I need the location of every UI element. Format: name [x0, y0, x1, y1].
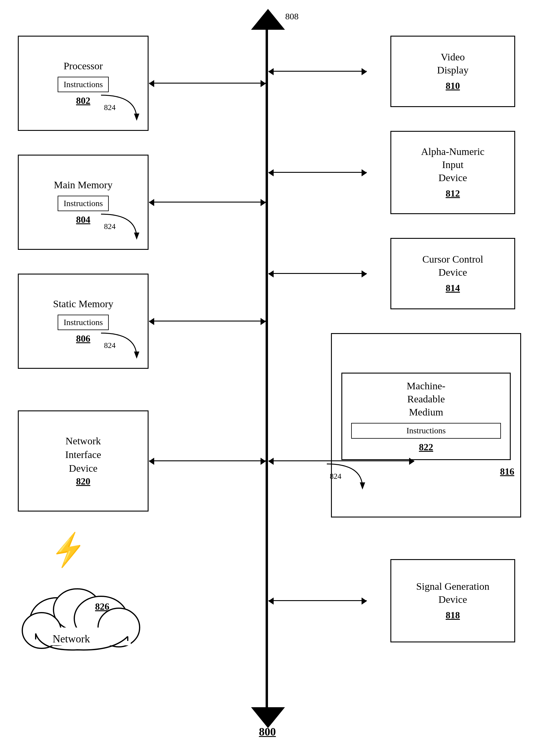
- cursor-control-label: Cursor ControlDevice: [422, 253, 483, 279]
- arrow-network-bus: [149, 460, 266, 461]
- video-display-label: VideoDisplay: [437, 51, 469, 77]
- alphanumeric-ref: 812: [446, 187, 460, 200]
- arrow-bus-cursor: [268, 273, 367, 274]
- alphanumeric-box: Alpha-NumericInputDevice 812: [391, 131, 515, 214]
- processor-label: Processor: [63, 60, 103, 72]
- svg-text:826: 826: [95, 601, 109, 612]
- svg-text:Network: Network: [53, 633, 90, 645]
- arrow-main-memory-bus: [149, 202, 266, 202]
- network-interface-box: NetworkInterfaceDevice 820: [18, 410, 149, 512]
- machine-readable-outer-ref: 816: [500, 466, 514, 478]
- arrow-bus-signal: [268, 600, 367, 601]
- cursor-control-ref: 814: [446, 282, 460, 294]
- main-memory-label: Main Memory: [54, 178, 112, 192]
- video-display-box: VideoDisplay 810: [391, 36, 515, 107]
- network-interface-label: NetworkInterfaceDevice: [65, 434, 101, 475]
- curve-processor: 824: [89, 92, 155, 128]
- signal-generation-box: Signal GenerationDevice 818: [391, 559, 515, 642]
- svg-text:824: 824: [104, 341, 115, 350]
- curve-static-memory: 824: [89, 330, 155, 366]
- diagram-ref: 800: [243, 725, 291, 738]
- static-memory-ref: 806: [76, 333, 90, 345]
- svg-text:824: 824: [104, 103, 115, 112]
- curve-main-memory: 824: [89, 211, 155, 247]
- video-display-ref: 810: [446, 80, 460, 92]
- main-memory-ref: 804: [76, 214, 90, 226]
- diagram-container: 808 Processor Instructions 802 Main Memo…: [0, 0, 533, 756]
- alphanumeric-label: Alpha-NumericInputDevice: [421, 145, 484, 185]
- bus-label: 808: [285, 11, 299, 21]
- machine-readable-ref: 822: [351, 441, 501, 453]
- processor-instructions: Instructions: [58, 77, 109, 92]
- arrow-bus-alphanumeric: [268, 172, 367, 173]
- svg-text:824: 824: [330, 472, 342, 481]
- svg-text:824: 824: [104, 222, 115, 231]
- network-interface-ref: 820: [76, 475, 90, 488]
- curve-machine-readable: 824: [315, 461, 380, 497]
- static-memory-label: Static Memory: [53, 297, 113, 310]
- network-cloud: Network 826: [18, 562, 142, 657]
- arrow-static-memory-bus: [149, 321, 266, 321]
- signal-generation-label: Signal GenerationDevice: [416, 580, 489, 606]
- signal-generation-ref: 818: [446, 609, 460, 622]
- processor-ref: 802: [76, 94, 90, 107]
- arrow-bus-video: [268, 71, 367, 72]
- bus-arrow-up: [251, 9, 285, 30]
- arrow-processor-bus: [149, 83, 266, 84]
- cursor-control-box: Cursor ControlDevice 814: [391, 238, 515, 309]
- main-memory-instructions: Instructions: [58, 196, 109, 211]
- machine-readable-inner-box: Machine-ReadableMedium Instructions 822: [342, 373, 511, 460]
- central-bus: [266, 29, 268, 707]
- machine-readable-instructions: Instructions: [351, 423, 501, 438]
- machine-readable-label: Machine-ReadableMedium: [351, 380, 501, 419]
- static-memory-instructions: Instructions: [58, 315, 109, 330]
